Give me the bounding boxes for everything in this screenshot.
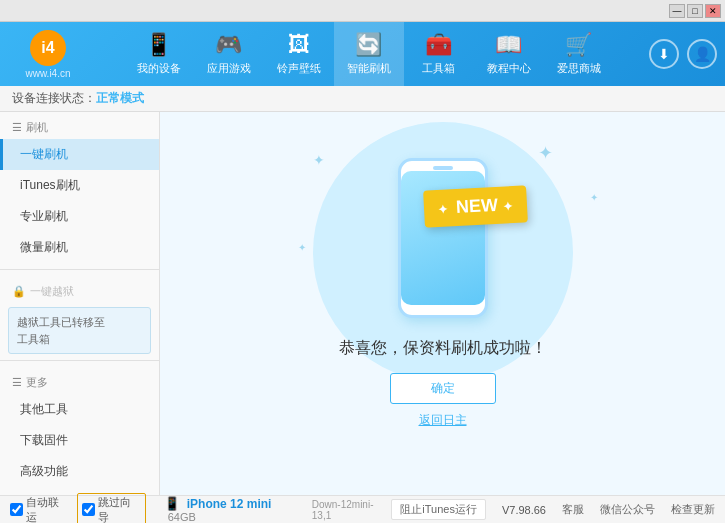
sidebar-divider-2 [0, 360, 159, 361]
flash-section-icon: ☰ [12, 121, 22, 134]
sidebar-divider-1 [0, 269, 159, 270]
nav-my-device[interactable]: 📱 我的设备 [124, 22, 194, 86]
sparkle-2: ✦ [590, 192, 598, 203]
nav-shop-label: 爱思商城 [557, 61, 601, 76]
status-prefix: 设备连接状态： [12, 90, 96, 107]
nav-tutorials[interactable]: 📖 教程中心 [474, 22, 544, 86]
auto-connect-input[interactable] [10, 503, 23, 516]
sidebar-advanced[interactable]: 高级功能 [0, 456, 159, 487]
toolbox-icon: 🧰 [425, 32, 452, 58]
nav-toolbox-label: 工具箱 [422, 61, 455, 76]
maximize-btn[interactable]: □ [687, 4, 703, 18]
app-logo: i4 www.i4.cn [8, 30, 88, 79]
version-label: V7.98.66 [502, 504, 546, 516]
title-bar: — □ ✕ [0, 0, 725, 22]
sidebar-other-tools[interactable]: 其他工具 [0, 394, 159, 425]
shop-icon: 🛒 [565, 32, 592, 58]
nav-shop[interactable]: 🛒 爱思商城 [544, 22, 614, 86]
close-btn[interactable]: ✕ [705, 4, 721, 18]
sidebar-download-firmware[interactable]: 下载固件 [0, 425, 159, 456]
content-area: ✦ ✦ ✦ ✦ NEW 恭喜您，保资料刷机成功啦！ 确定 返回日主 [160, 112, 725, 495]
nav-toolbox[interactable]: 🧰 工具箱 [404, 22, 474, 86]
skip-wizard-input[interactable] [82, 503, 95, 516]
confirm-button[interactable]: 确定 [390, 373, 496, 404]
stop-itunes-btn[interactable]: 阻止iTunes运行 [391, 499, 486, 520]
skip-wizard-checkbox[interactable]: 跳过向导 [77, 493, 146, 524]
sidebar-onekey-flash[interactable]: 一键刷机 [0, 139, 159, 170]
nav-flash-label: 智能刷机 [347, 61, 391, 76]
jailbreak-section-title: 一键越狱 [30, 284, 74, 299]
check-update-link[interactable]: 检查更新 [671, 502, 715, 517]
nav-flash[interactable]: 🔄 智能刷机 [334, 22, 404, 86]
device-info: 📱 iPhone 12 mini 64GB [164, 496, 304, 523]
go-home-link[interactable]: 返回日主 [419, 412, 467, 429]
sidebar: ☰ 刷机 一键刷机 iTunes刷机 专业刷机 微量刷机 🔒 一键越狱 越狱工具… [0, 112, 160, 495]
skip-wizard-label: 跳过向导 [98, 495, 141, 524]
sidebar-pro-flash[interactable]: 专业刷机 [0, 201, 159, 232]
phone-mockup [398, 158, 488, 318]
customer-service-link[interactable]: 客服 [562, 502, 584, 517]
minimize-btn[interactable]: — [669, 4, 685, 18]
my-device-icon: 📱 [145, 32, 172, 58]
device-storage: 64GB [168, 511, 196, 523]
nav-apps[interactable]: 🎮 应用游戏 [194, 22, 264, 86]
sparkle-3: ✦ [298, 242, 306, 253]
nav-ringtones[interactable]: 🖼 铃声壁纸 [264, 22, 334, 86]
flash-section-title: 刷机 [26, 120, 48, 135]
sidebar-section-more: ☰ 更多 [0, 367, 159, 394]
device-name: iPhone 12 mini [187, 497, 272, 511]
device-os: Down-12mini-13,1 [312, 499, 392, 521]
account-btn[interactable]: 👤 [687, 39, 717, 69]
nav-ringtones-label: 铃声壁纸 [277, 61, 321, 76]
sparkle-1: ✦ [313, 152, 325, 168]
nav-bar: i4 www.i4.cn 📱 我的设备 🎮 应用游戏 🖼 铃声壁纸 🔄 智能刷机… [0, 22, 725, 86]
bottom-bar: 自动联运 跳过向导 📱 iPhone 12 mini 64GB Down-12m… [0, 495, 725, 523]
ringtones-icon: 🖼 [288, 32, 310, 58]
main-area: ☰ 刷机 一键刷机 iTunes刷机 专业刷机 微量刷机 🔒 一键越狱 越狱工具… [0, 112, 725, 495]
jailbreak-info-text: 越狱工具已转移至工具箱 [17, 316, 105, 345]
auto-connect-checkbox[interactable]: 自动联运 [10, 495, 69, 524]
sidebar-section-jailbreak: 🔒 一键越狱 [0, 276, 159, 303]
bottom-left: 自动联运 跳过向导 📱 iPhone 12 mini 64GB Down-12m… [10, 493, 391, 524]
apps-icon: 🎮 [215, 32, 242, 58]
status-bar: 设备连接状态： 正常模式 [0, 86, 725, 112]
more-section-title: 更多 [26, 375, 48, 390]
nav-right-actions: ⬇ 👤 [649, 39, 717, 69]
tutorials-icon: 📖 [495, 32, 522, 58]
download-btn[interactable]: ⬇ [649, 39, 679, 69]
nav-items: 📱 我的设备 🎮 应用游戏 🖼 铃声壁纸 🔄 智能刷机 🧰 工具箱 📖 教程中心… [96, 22, 641, 86]
sparkle-4: ✦ [538, 142, 553, 164]
status-value: 正常模式 [96, 90, 144, 107]
auto-connect-label: 自动联运 [26, 495, 69, 524]
nav-apps-label: 应用游戏 [207, 61, 251, 76]
success-message: 恭喜您，保资料刷机成功啦！ [339, 338, 547, 359]
logo-subtitle: www.i4.cn [25, 68, 70, 79]
phone-illustration: NEW [398, 158, 488, 318]
wechat-link[interactable]: 微信公众号 [600, 502, 655, 517]
new-badge: NEW [424, 185, 529, 227]
lock-icon: 🔒 [12, 285, 26, 298]
sidebar-micro-flash[interactable]: 微量刷机 [0, 232, 159, 263]
bottom-right: 阻止iTunes运行 V7.98.66 客服 微信公众号 检查更新 [391, 499, 715, 520]
nav-my-device-label: 我的设备 [137, 61, 181, 76]
new-badge-text: NEW [456, 195, 499, 217]
jailbreak-info-box: 越狱工具已转移至工具箱 [8, 307, 151, 354]
nav-tutorials-label: 教程中心 [487, 61, 531, 76]
more-section-icon: ☰ [12, 376, 22, 389]
flash-icon: 🔄 [355, 32, 382, 58]
sidebar-itunes-flash[interactable]: iTunes刷机 [0, 170, 159, 201]
sidebar-section-flash: ☰ 刷机 [0, 112, 159, 139]
logo-icon: i4 [30, 30, 66, 66]
